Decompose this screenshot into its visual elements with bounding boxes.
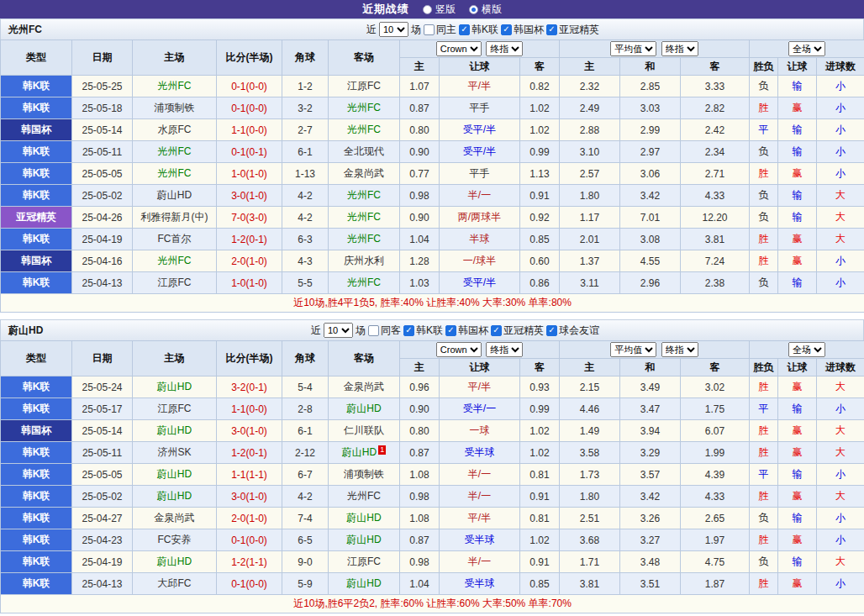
- away-team[interactable]: 蔚山HD: [329, 529, 400, 551]
- avg-stage-select[interactable]: 终指: [661, 342, 698, 357]
- match-score[interactable]: 2-0(1-0): [217, 508, 282, 529]
- away-team[interactable]: 光州FC: [329, 185, 400, 207]
- checkbox-checked-icon[interactable]: ✓: [546, 24, 557, 35]
- home-team[interactable]: 水原FC: [133, 119, 217, 141]
- away-team[interactable]: 庆州水利: [329, 250, 400, 272]
- home-team[interactable]: 济州SK: [133, 442, 217, 464]
- away-team[interactable]: 光州FC: [329, 207, 400, 229]
- home-team[interactable]: FC安养: [133, 529, 217, 551]
- odds-stage-select[interactable]: 终指: [486, 41, 523, 56]
- away-team[interactable]: 蔚山HD: [329, 573, 400, 595]
- home-team[interactable]: 利雅得新月(中): [133, 207, 217, 229]
- home-team[interactable]: 大邱FC: [133, 573, 217, 595]
- away-team[interactable]: 光州FC: [329, 119, 400, 141]
- avg-source-select[interactable]: 平均值: [610, 41, 656, 56]
- col-score: 比分(半场): [217, 341, 282, 376]
- checkbox-unchecked-icon[interactable]: ✓: [368, 325, 379, 336]
- match-score[interactable]: 1-0(1-0): [217, 163, 282, 185]
- match-score[interactable]: 1-2(1-1): [217, 551, 282, 573]
- match-score[interactable]: 1-1(1-1): [217, 464, 282, 486]
- home-team[interactable]: 蔚山HD: [133, 464, 217, 486]
- venue-filter[interactable]: ✓ 同主: [424, 23, 456, 37]
- match-score[interactable]: 3-2(0-1): [217, 376, 282, 398]
- away-team[interactable]: 金泉尚武: [329, 163, 400, 185]
- odds-stage-select[interactable]: 终指: [486, 342, 523, 357]
- layout-option-vertical[interactable]: 竖版: [423, 3, 456, 17]
- away-team[interactable]: 蔚山HD1: [329, 442, 400, 464]
- away-team[interactable]: 光州FC: [329, 272, 400, 294]
- scope-select[interactable]: 全场: [788, 41, 825, 56]
- league-filter[interactable]: ✓韩国杯: [501, 23, 544, 37]
- home-team[interactable]: 蔚山HD: [133, 185, 217, 207]
- layout-option-horizontal[interactable]: 横版: [469, 3, 502, 17]
- match-score[interactable]: 7-0(3-0): [217, 207, 282, 229]
- home-team[interactable]: 光州FC: [133, 250, 217, 272]
- league-filter[interactable]: ✓球会友谊: [546, 324, 599, 338]
- match-score[interactable]: 1-0(1-0): [217, 272, 282, 294]
- venue-filter[interactable]: ✓ 同客: [368, 324, 401, 338]
- match-score[interactable]: 0-1(0-0): [217, 97, 282, 119]
- scope-select[interactable]: 全场: [788, 342, 825, 357]
- recent-count-select[interactable]: 10: [379, 22, 408, 37]
- match-score[interactable]: 0-1(0-0): [217, 76, 282, 97]
- match-score[interactable]: 3-0(1-0): [217, 486, 282, 508]
- checkbox-checked-icon[interactable]: ✓: [459, 24, 470, 35]
- away-team[interactable]: 光州FC: [329, 486, 400, 508]
- league-filter[interactable]: ✓亚冠精英: [546, 23, 599, 37]
- home-team[interactable]: 蔚山HD: [133, 420, 217, 442]
- league-filter[interactable]: ✓韩K联: [403, 324, 443, 338]
- league-filter[interactable]: ✓韩国杯: [445, 324, 488, 338]
- recent-count-select[interactable]: 10: [324, 323, 353, 338]
- home-team[interactable]: 江原FC: [133, 272, 217, 294]
- avg-away: 4.39: [681, 464, 750, 486]
- checkbox-checked-icon[interactable]: ✓: [445, 325, 456, 336]
- radio-unselected-icon[interactable]: [423, 5, 432, 14]
- match-score[interactable]: 1-2(0-1): [217, 442, 282, 464]
- home-team[interactable]: 蔚山HD: [133, 551, 217, 573]
- away-team[interactable]: 光州FC: [329, 229, 400, 250]
- checkbox-checked-icon[interactable]: ✓: [501, 24, 512, 35]
- odds-company-select[interactable]: Crown: [436, 342, 482, 357]
- checkbox-checked-icon[interactable]: ✓: [491, 325, 502, 336]
- home-team[interactable]: 光州FC: [133, 76, 217, 97]
- away-team[interactable]: 蔚山HD: [329, 508, 400, 529]
- home-team[interactable]: 浦项制铁: [133, 97, 217, 119]
- away-team[interactable]: 江原FC: [329, 76, 400, 97]
- match-score[interactable]: 3-0(1-0): [217, 420, 282, 442]
- avg-stage-select[interactable]: 终指: [661, 41, 698, 56]
- away-team[interactable]: 蔚山HD: [329, 398, 400, 420]
- match-score[interactable]: 2-0(1-0): [217, 250, 282, 272]
- avg-source-select[interactable]: 平均值: [610, 342, 656, 357]
- away-team[interactable]: 全北现代: [329, 141, 400, 163]
- home-team[interactable]: 光州FC: [133, 141, 217, 163]
- away-team[interactable]: 浦项制铁: [329, 464, 400, 486]
- home-team[interactable]: 蔚山HD: [133, 376, 217, 398]
- match-score[interactable]: 0-1(0-0): [217, 529, 282, 551]
- home-team[interactable]: 蔚山HD: [133, 486, 217, 508]
- corner-score: 9-0: [282, 551, 329, 573]
- match-score[interactable]: 3-0(1-0): [217, 185, 282, 207]
- home-team[interactable]: 金泉尚武: [133, 508, 217, 529]
- match-score[interactable]: 1-1(0-0): [217, 398, 282, 420]
- odds-company-select[interactable]: Crown: [436, 41, 482, 56]
- handicap-result: 输: [778, 398, 817, 420]
- match-score[interactable]: 0-1(0-1): [217, 141, 282, 163]
- away-team[interactable]: 江原FC: [329, 551, 400, 573]
- checkbox-checked-icon[interactable]: ✓: [546, 325, 557, 336]
- match-score[interactable]: 1-1(0-0): [217, 119, 282, 141]
- radio-selected-icon[interactable]: [469, 5, 478, 14]
- league-filter[interactable]: ✓韩K联: [459, 23, 498, 37]
- home-team[interactable]: 光州FC: [133, 163, 217, 185]
- away-team[interactable]: 光州FC: [329, 97, 400, 119]
- league-filter[interactable]: ✓亚冠精英: [491, 324, 544, 338]
- checkbox-checked-icon[interactable]: ✓: [403, 325, 414, 336]
- corner-score: 4-2: [282, 486, 329, 508]
- checkbox-unchecked-icon[interactable]: ✓: [424, 24, 435, 35]
- home-team[interactable]: FC首尔: [133, 229, 217, 250]
- away-team[interactable]: 仁川联队: [329, 420, 400, 442]
- match-score[interactable]: 0-1(0-0): [217, 573, 282, 595]
- home-team[interactable]: 江原FC: [133, 398, 217, 420]
- away-odds: 0.82: [520, 76, 560, 97]
- away-team[interactable]: 金泉尚武: [329, 376, 400, 398]
- match-score[interactable]: 1-2(0-1): [217, 229, 282, 250]
